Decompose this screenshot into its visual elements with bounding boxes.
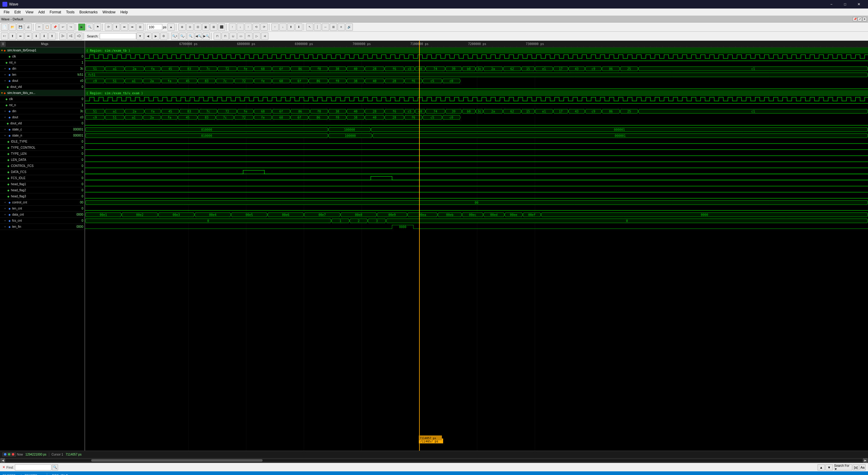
wave-btn2[interactable]: ⬆ [113, 23, 120, 31]
add-signals-btn[interactable]: +↑ [1, 33, 8, 40]
signal-dout2-row[interactable]: + ◆ dout c0 [0, 114, 85, 120]
zoom-out-button[interactable]: ⊖ [186, 23, 194, 31]
waveform-canvas[interactable] [85, 41, 868, 451]
search-dropdown-btn[interactable]: ▼ [136, 33, 144, 40]
undo-button[interactable]: ↩ [59, 23, 67, 31]
signal-controlfcs-row[interactable]: ◆ CONTROL_FCS 0 [0, 163, 85, 169]
signal-btn1[interactable]: ↑ [229, 23, 236, 31]
cursor-btn2[interactable]: ↓ [279, 23, 287, 31]
search-next-btn[interactable]: ▶ [152, 33, 160, 40]
zoom-reset-button[interactable]: ⊠ [210, 23, 217, 31]
menu-window[interactable]: Window [100, 9, 118, 15]
signal-doutvld1-row[interactable]: ◆ dout_vld 0 [0, 84, 85, 90]
wave-btn5[interactable]: ⊞ [136, 23, 144, 31]
menu-tools[interactable]: Tools [64, 9, 77, 15]
move-down2-btn[interactable]: ⬇ [40, 33, 48, 40]
signal-controlcnt-row[interactable]: + ◆ control_cnt 00 [0, 200, 85, 206]
signal-staten-row[interactable]: + ◆ state_n 000001 [0, 132, 85, 139]
find-nav-down[interactable]: ▼ [826, 464, 833, 470]
measure-btn[interactable]: ↔ [322, 23, 329, 31]
trigger-btn6[interactable]: ▷ [253, 33, 260, 40]
search-regex-btn[interactable]: [a] [853, 464, 859, 470]
close-panel-button[interactable]: ✕ [863, 17, 867, 21]
zoom-prev-btn[interactable]: ◀🔍 [195, 33, 202, 40]
pin-button[interactable]: 📌 [853, 17, 857, 21]
lencnt-expand[interactable]: + [4, 207, 8, 210]
signal-clk2-row[interactable]: ◆ clk 0 [0, 96, 85, 102]
signal-group1-row[interactable]: ▼ ◆ sim:/exam_tb/Group1 [0, 48, 85, 54]
signal-len1-row[interactable]: + ◆ len fc51 [0, 72, 85, 78]
signal-btn2[interactable]: ↓ [237, 23, 244, 31]
menu-bookmarks[interactable]: Bookmarks [77, 9, 100, 15]
open-button[interactable]: 📂 [9, 23, 16, 31]
signal-din2-row[interactable]: + ◆ din 3c [0, 108, 85, 114]
move-right-btn[interactable]: ➡ [25, 33, 32, 40]
scroll-left-btn[interactable]: ◀ [1, 458, 5, 463]
fcscnt-expand[interactable]: + [4, 219, 8, 222]
din1-expand[interactable]: + [4, 67, 8, 70]
scrollbar-track[interactable] [5, 459, 863, 462]
trigger-btn4[interactable]: ▭ [237, 33, 245, 40]
find-input[interactable] [15, 464, 51, 470]
signal-panel-menu[interactable]: ☰ [1, 42, 5, 47]
signal-fcscnt-row[interactable]: + ◆ fcs_cnt 0 [0, 218, 85, 224]
signal-headflag2-row[interactable]: ◆ head_flag2 0 [0, 187, 85, 194]
len1-expand[interactable]: + [4, 73, 8, 76]
find-nav-up[interactable]: ▲ [817, 464, 825, 470]
bookmark-button[interactable]: ⚑ [94, 23, 101, 31]
menu-view[interactable]: View [23, 9, 36, 15]
divider-btn[interactable]: +D [75, 33, 82, 40]
move-top-btn[interactable]: ⬆ [48, 33, 56, 40]
signal-typelen-row[interactable]: ◆ TYPE_LEN 0 [0, 151, 85, 157]
audio-btn[interactable]: 🔊 [346, 23, 353, 31]
zoom-all-button[interactable]: ▣ [202, 23, 209, 31]
time-up-button[interactable]: ▲ [167, 23, 175, 31]
new-button[interactable]: 📄 [1, 23, 8, 31]
signal-datafcs-row[interactable]: ◆ DATA_FCS 0 [0, 169, 85, 175]
signal-lendata-row[interactable]: ◆ LEN_DATA 0 [0, 157, 85, 163]
print-button[interactable]: 🖨 [25, 23, 32, 31]
move-down-btn[interactable]: ⬇ [33, 33, 40, 40]
wave-btn3[interactable]: ⬅ [121, 23, 128, 31]
search-input[interactable] [100, 33, 136, 39]
signal-headflag1-row[interactable]: ◆ head_flag1 0 [0, 181, 85, 187]
search-prev-btn[interactable]: ◀ [144, 33, 152, 40]
datacnt-expand[interactable]: + [4, 213, 8, 216]
time-input[interactable] [147, 24, 162, 30]
signal-group2-row[interactable]: ▼ ◆ sim:/exam_tb/u_ex... [0, 90, 85, 96]
zoom-region-btn[interactable]: ⊞ [330, 23, 337, 31]
menu-add[interactable]: Add [36, 9, 47, 15]
menu-edit[interactable]: Edit [12, 9, 23, 15]
dout2-expand[interactable]: + [4, 116, 8, 119]
find-next-button[interactable]: 🔍 [86, 23, 93, 31]
zoom-next-btn[interactable]: ▶🔍 [203, 33, 210, 40]
search-opts-btn[interactable]: ⚙ [160, 33, 167, 40]
waveform-area[interactable] [85, 41, 868, 451]
ungroup-btn[interactable]: +E [67, 33, 74, 40]
move-left-btn[interactable]: ⬅ [17, 33, 24, 40]
find-close-btn[interactable]: ✕ [2, 465, 5, 469]
close-button[interactable]: ✕ [852, 0, 866, 8]
wave-btn4[interactable]: ➡ [129, 23, 136, 31]
float-button[interactable]: ↗ [858, 17, 862, 21]
save-button[interactable]: 💾 [17, 23, 24, 31]
statec-expand[interactable]: + [4, 128, 8, 131]
signal-typecontrol-row[interactable]: ◆ TYPE_CONTROL 0 [0, 145, 85, 151]
scroll-right-btn[interactable]: ▶ [863, 458, 867, 463]
zoom-custom-btn[interactable]: 🔍 [187, 33, 194, 40]
din2-expand[interactable]: + [4, 110, 8, 113]
zoom-in-button[interactable]: ⊕ [178, 23, 186, 31]
cursor-btn3[interactable]: ⬆ [287, 23, 294, 31]
signal-lenfin-row[interactable]: + ◆ len_fin 0000 [0, 224, 85, 230]
signal-rstn1-row[interactable]: ◆ rst_n 1 [0, 60, 85, 66]
trigger-btn2[interactable]: ⊓ [222, 33, 229, 40]
menu-file[interactable]: File [1, 9, 12, 15]
group2-expand[interactable]: ▼ [1, 92, 4, 95]
run-button[interactable]: ▶ [78, 23, 85, 31]
zoom-fit-button[interactable]: ⊟ [194, 23, 202, 31]
cursor-btn1[interactable]: ↑ [271, 23, 279, 31]
zoom-in2-btn[interactable]: 🔍+ [171, 33, 178, 40]
signal-lencnt-row[interactable]: + ◆ len_cnt 0 [0, 206, 85, 212]
menu-format[interactable]: Format [47, 9, 64, 15]
signal-headflag3-row[interactable]: ◆ head_flag3 0 [0, 194, 85, 200]
